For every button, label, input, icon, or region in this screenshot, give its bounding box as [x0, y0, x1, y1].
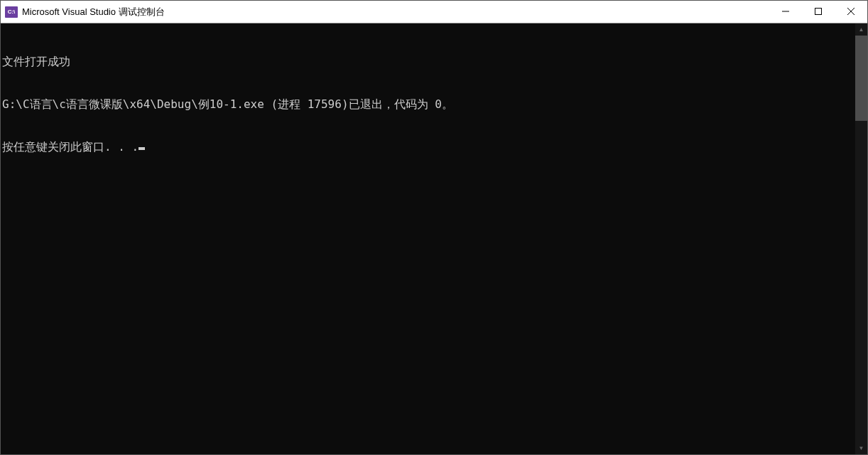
titlebar[interactable]: C:\ Microsoft Visual Studio 调试控制台 [1, 1, 867, 23]
console-line-text: 按任意键关闭此窗口. . . [2, 140, 139, 154]
maximize-icon [815, 6, 822, 17]
scroll-thumb[interactable] [855, 36, 867, 121]
console-line: G:\C语言\c语言微课版\x64\Debug\例10-1.exe (进程 17… [2, 97, 854, 112]
cursor [139, 147, 145, 150]
close-button[interactable] [835, 1, 867, 23]
minimize-button[interactable] [769, 1, 802, 23]
console-line: 文件打开成功 [2, 55, 854, 69]
close-icon [847, 6, 855, 17]
console-output[interactable]: 文件打开成功 G:\C语言\c语言微课版\x64\Debug\例10-1.exe… [1, 23, 855, 454]
chevron-down-icon: ▼ [859, 445, 864, 451]
scroll-track[interactable] [855, 36, 867, 442]
vertical-scrollbar[interactable]: ▲ ▼ [855, 23, 867, 454]
scroll-up-button[interactable]: ▲ [855, 23, 867, 36]
maximize-button[interactable] [802, 1, 835, 23]
console-line: 按任意键关闭此窗口. . . [2, 140, 854, 154]
chevron-up-icon: ▲ [859, 26, 864, 33]
console-window: C:\ Microsoft Visual Studio 调试控制台 文件打开成功 [0, 0, 868, 455]
window-controls [769, 1, 867, 23]
app-icon: C:\ [5, 6, 18, 18]
console-area: 文件打开成功 G:\C语言\c语言微课版\x64\Debug\例10-1.exe… [1, 23, 867, 454]
minimize-icon [782, 6, 789, 17]
scroll-down-button[interactable]: ▼ [855, 442, 867, 454]
svg-rect-1 [815, 9, 822, 15]
window-title: Microsoft Visual Studio 调试控制台 [22, 6, 769, 18]
